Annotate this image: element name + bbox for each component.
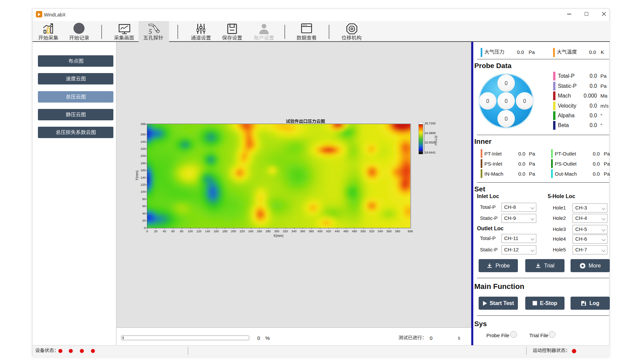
svg-text:0: 0 [505, 116, 508, 122]
svg-text:0: 0 [523, 98, 526, 104]
svg-text:0: 0 [505, 98, 508, 104]
svg-text:0: 0 [505, 80, 508, 86]
svg-text:0: 0 [486, 98, 489, 104]
